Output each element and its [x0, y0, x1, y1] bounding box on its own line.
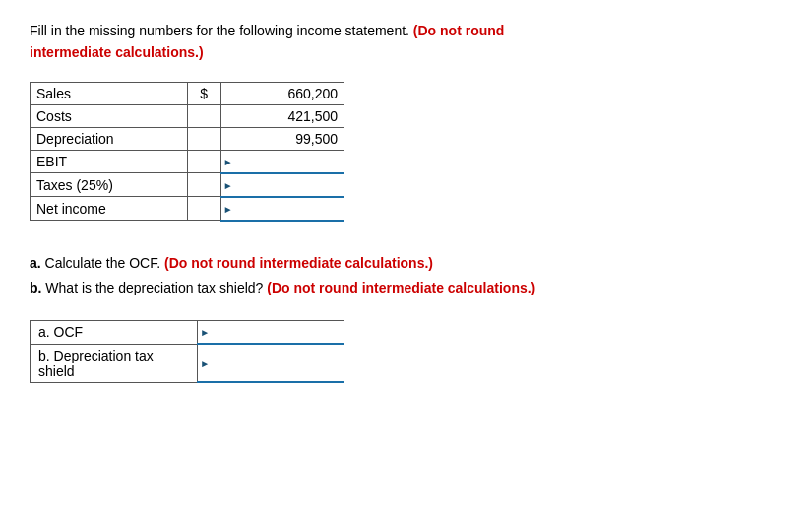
taxes-arrow-icon: ► [223, 179, 233, 190]
net-income-label: Net income [31, 197, 188, 221]
depreciation-dollar [187, 127, 220, 150]
table-row: Net income ► [31, 197, 344, 221]
taxes-label: Taxes (25%) [31, 173, 188, 197]
instruction-bold-2: intermediate calculations.) [30, 44, 204, 60]
calc-questions: a. Calculate the OCF. (Do not round inte… [30, 251, 782, 300]
net-income-arrow-icon: ► [223, 203, 233, 214]
part-a-question: a. Calculate the OCF. (Do not round inte… [30, 251, 782, 276]
table-row: Depreciation 99,500 [31, 127, 344, 150]
sales-value: 660,200 [220, 82, 344, 104]
ebit-input-cell[interactable]: ► [220, 150, 344, 173]
instructions: Fill in the missing numbers for the foll… [30, 20, 782, 64]
part-b-label: b. [30, 280, 41, 295]
dep-tax-shield-input-cell[interactable]: ► [198, 344, 344, 382]
dep-tax-shield-input[interactable] [198, 353, 344, 374]
ocf-arrow-icon: ► [200, 327, 210, 338]
net-income-input[interactable] [221, 198, 344, 220]
table-row: Costs 421,500 [31, 104, 344, 127]
net-income-input-cell[interactable]: ► [220, 197, 344, 221]
part-b-bold: (Do not round intermediate calculations.… [267, 280, 535, 295]
ebit-input[interactable] [221, 151, 344, 172]
part-b-text: What is the depreciation tax shield? [45, 280, 267, 295]
costs-dollar [187, 104, 220, 127]
net-income-dollar [187, 197, 220, 221]
taxes-dollar [187, 173, 220, 197]
depreciation-value: 99,500 [220, 127, 344, 150]
dep-tax-shield-arrow-icon: ► [200, 358, 210, 368]
ocf-input-cell[interactable]: ► [198, 321, 344, 345]
table-row: a. OCF ► [31, 321, 344, 345]
costs-label: Costs [31, 104, 188, 127]
costs-value: 421,500 [220, 104, 344, 127]
ocf-input[interactable] [198, 321, 344, 343]
table-row: EBIT ► [31, 150, 344, 173]
answer-table: a. OCF ► b. Depreciation tax shield ► [30, 320, 344, 383]
taxes-input[interactable] [221, 174, 344, 196]
dep-tax-shield-label: b. Depreciation tax shield [31, 344, 198, 382]
ebit-label: EBIT [31, 150, 188, 173]
income-statement-table: Sales $ 660,200 Costs 421,500 Depreciati… [30, 82, 344, 222]
table-row: Taxes (25%) ► [31, 173, 344, 197]
ocf-label: a. OCF [31, 321, 198, 345]
sales-label: Sales [31, 82, 188, 104]
dollar-sign: $ [187, 82, 220, 104]
ebit-arrow-icon: ► [223, 156, 233, 166]
taxes-input-cell[interactable]: ► [220, 173, 344, 197]
table-row: Sales $ 660,200 [31, 82, 344, 104]
depreciation-label: Depreciation [31, 127, 188, 150]
ebit-dollar [187, 150, 220, 173]
instruction-main: Fill in the missing numbers for the foll… [30, 23, 413, 38]
part-a-text: Calculate the OCF. [45, 255, 164, 271]
part-a-label: a. [30, 255, 41, 271]
instruction-bold: (Do not round [413, 23, 505, 38]
part-a-bold: (Do not round intermediate calculations.… [164, 255, 433, 271]
part-b-question: b. What is the depreciation tax shield? … [30, 276, 782, 300]
table-row: b. Depreciation tax shield ► [31, 344, 344, 382]
